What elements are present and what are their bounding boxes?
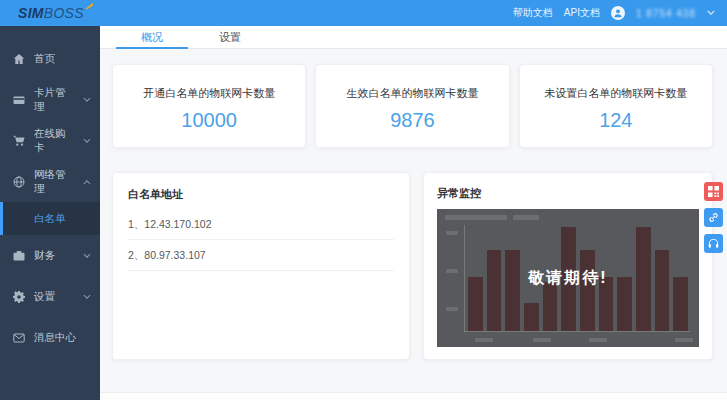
app-logo[interactable]: SIMBOSS	[18, 0, 84, 26]
logo-accent-mark	[85, 3, 93, 9]
stat-value: 9876	[316, 109, 508, 132]
x-tick-placeholder	[675, 338, 693, 342]
stat-card-opened: 开通白名单的物联网卡数量 10000	[112, 64, 306, 148]
home-icon	[13, 53, 25, 65]
stats-row: 开通白名单的物联网卡数量 10000 生效白名单的物联网卡数量 9876 未设置…	[112, 64, 713, 148]
logo-text-boss: BOSS	[44, 5, 84, 21]
avatar[interactable]	[611, 6, 625, 20]
chevron-down-icon	[83, 138, 91, 144]
sidebar-item-label: 在线购卡	[34, 127, 74, 155]
tab-settings[interactable]: 设置	[191, 26, 269, 48]
user-phone[interactable]: 1 8754 438	[636, 8, 696, 19]
header-actions: 帮助文档 API文档 1 8754 438	[513, 6, 715, 20]
stat-card-effective: 生效白名单的物联网卡数量 9876	[315, 64, 509, 148]
top-header: SIMBOSS 帮助文档 API文档 1 8754 438	[0, 0, 727, 26]
sidebar-item-label: 卡片管理	[34, 86, 74, 114]
logo-text-sim: SIM	[18, 5, 44, 21]
floating-action-buttons	[704, 182, 723, 253]
x-tick-placeholder	[589, 338, 607, 342]
chevron-down-icon	[83, 253, 91, 259]
gear-icon	[13, 291, 25, 303]
tab-overview[interactable]: 概况	[113, 26, 191, 48]
api-docs-link[interactable]: API文档	[564, 6, 600, 20]
sidebar-item-network-management[interactable]: 网络管理	[0, 161, 100, 202]
chevron-down-icon	[83, 294, 91, 300]
stat-value: 10000	[113, 109, 305, 132]
whitelist-address-row: 1、12.43.170.102	[128, 209, 394, 240]
wallet-icon	[13, 250, 25, 262]
whitelist-address-row: 2、80.97.33.107	[128, 240, 394, 271]
main-area: 概况 设置 开通白名单的物联网卡数量 10000 生效白名单的物联网卡数量 98…	[100, 26, 727, 400]
support-button[interactable]	[704, 234, 723, 253]
sidebar-item-message-center[interactable]: 消息中心	[0, 317, 100, 358]
sidebar-item-finance[interactable]: 财务	[0, 235, 100, 276]
panels-row: 白名单地址 1、12.43.170.102 2、80.97.33.107 异常监…	[112, 172, 713, 360]
help-docs-link[interactable]: 帮助文档	[513, 6, 553, 20]
sidebar-item-buy-cards[interactable]: 在线购卡	[0, 120, 100, 161]
sidebar-item-whitelist[interactable]: 白名单	[0, 202, 100, 235]
mail-icon	[13, 332, 25, 344]
sidebar-item-label: 首页	[34, 52, 55, 66]
footer-strip	[100, 392, 727, 400]
stat-label: 生效白名单的物联网卡数量	[316, 86, 508, 101]
stat-card-not-set: 未设置白名单的物联网卡数量 124	[519, 64, 713, 148]
sidebar-item-label: 消息中心	[34, 331, 76, 345]
qr-code-button[interactable]	[704, 182, 723, 201]
qr-code-icon	[708, 186, 719, 197]
content: 开通白名单的物联网卡数量 10000 生效白名单的物联网卡数量 9876 未设置…	[100, 49, 727, 360]
x-tick-placeholder	[533, 338, 551, 342]
link-icon	[708, 212, 719, 223]
chevron-down-icon	[83, 97, 91, 103]
chevron-up-icon	[83, 179, 91, 185]
network-icon	[13, 176, 25, 188]
coming-soon-overlay: 敬请期待!	[437, 209, 699, 347]
card-icon	[13, 94, 25, 106]
stat-value: 124	[520, 109, 712, 132]
whitelist-list: 1、12.43.170.102 2、80.97.33.107	[128, 209, 394, 271]
sidebar-item-label: 白名单	[34, 212, 66, 226]
sidebar-item-settings[interactable]: 设置	[0, 276, 100, 317]
sidebar-item-label: 网络管理	[34, 168, 74, 196]
sidebar-item-label: 财务	[34, 249, 55, 263]
whitelist-panel: 白名单地址 1、12.43.170.102 2、80.97.33.107	[112, 172, 410, 360]
sidebar-item-label: 设置	[34, 290, 55, 304]
sidebar-nav: 首页 卡片管理 在线购卡 网络管理 白名单 财务	[0, 26, 100, 400]
whitelist-title: 白名单地址	[128, 187, 394, 202]
cart-icon	[13, 135, 25, 147]
stat-label: 开通白名单的物联网卡数量	[113, 86, 305, 101]
x-tick-placeholder	[475, 338, 493, 342]
sidebar-item-home[interactable]: 首页	[0, 38, 100, 79]
monitor-chart: 敬请期待!	[437, 209, 699, 347]
link-button[interactable]	[704, 208, 723, 227]
stat-label: 未设置白名单的物联网卡数量	[520, 86, 712, 101]
monitor-title: 异常监控	[437, 186, 699, 201]
monitor-panel: 异常监控 敬请期待!	[423, 172, 713, 360]
person-icon	[613, 8, 623, 18]
chevron-down-icon[interactable]	[707, 10, 715, 16]
sidebar-item-card-management[interactable]: 卡片管理	[0, 79, 100, 120]
headset-icon	[708, 238, 719, 249]
tab-bar: 概况 设置	[100, 26, 727, 49]
